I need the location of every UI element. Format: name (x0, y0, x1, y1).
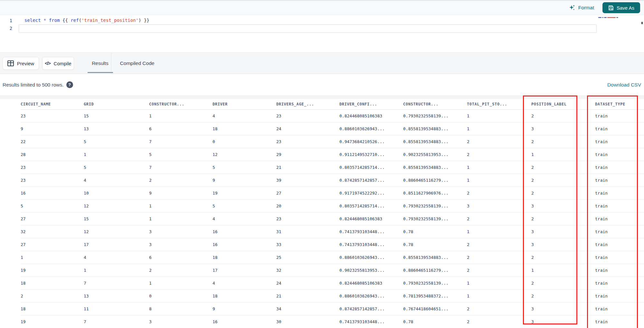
table-cell: 0.8742857142857... (339, 306, 403, 311)
code-line-1[interactable]: select * from {{ ref('train_test_positio… (24, 18, 149, 23)
table-cell: 0.7930232558139... (403, 204, 467, 208)
line-number-1: 1 (3, 18, 12, 23)
preview-button[interactable]: Preview (3, 57, 39, 70)
tab-results[interactable]: Results (86, 53, 114, 74)
table-cell: 5 (213, 204, 276, 208)
column-header[interactable]: CONSTRUCTOR... (149, 102, 213, 106)
table-cell: 30 (276, 319, 339, 324)
compile-button[interactable]: </> Compile (42, 57, 74, 70)
editor-toolbar: Format Save As (0, 0, 644, 15)
table-cell: train (595, 191, 644, 196)
help-icon[interactable]: ? (66, 81, 73, 88)
table-cell: 18 (213, 126, 276, 131)
table-cell: 20 (276, 204, 339, 208)
table-cell: train (595, 319, 644, 324)
table-cell: 17 (213, 268, 276, 273)
table-row: 18714240.8244680851063830.7930232558139.… (21, 277, 644, 290)
column-header[interactable]: DRIVERS_AGE_... (276, 102, 339, 106)
table-cell: 13 (84, 126, 149, 131)
table-cell: 18 (213, 294, 276, 298)
table-cell: 2 (531, 178, 595, 183)
sql-editor[interactable]: 1 2 select * from {{ ref('train_test_pos… (0, 15, 644, 52)
active-line-highlight[interactable] (19, 24, 597, 33)
table-cell: 1 (21, 255, 84, 260)
table-cell: 28 (21, 152, 84, 157)
table-cell: train (595, 306, 644, 311)
table-cell: 2 (149, 178, 213, 183)
table-cell: 7 (84, 281, 149, 286)
table-cell: 0.8558139534883... (403, 126, 467, 131)
table-cell: 7 (149, 139, 213, 144)
code-token: ref (71, 18, 79, 23)
column-header[interactable]: DATASET_TYPE (595, 102, 644, 106)
dbt-ide-app: Format Save As 1 2 select * from {{ ref(… (0, 0, 644, 328)
table-cell: 18 (213, 255, 276, 260)
line-number-2: 2 (3, 26, 12, 31)
table-cell: 9 (213, 306, 276, 311)
column-header[interactable]: TOTAL_PIT_STO... (467, 102, 531, 106)
table-cell: 1 (467, 294, 531, 298)
table-cell: 1 (84, 268, 149, 273)
table-row: 281512290.9112149532710...0.902325581395… (21, 148, 644, 161)
table-cell: 2 (531, 114, 595, 118)
table-cell: 3 (467, 204, 531, 208)
table-cell: 0.8860103626943... (339, 255, 403, 260)
column-header[interactable]: POSITION_LABEL (531, 102, 595, 106)
table-row: 2717316330.7413793103448...0.7823train (21, 238, 644, 251)
column-header[interactable]: CONSTRUCTOR... (403, 102, 467, 106)
table-cell: 0.9112149532710... (339, 152, 403, 157)
table-cell: 2 (467, 139, 531, 144)
table-cell: 3 (531, 204, 595, 208)
table-cell: 32 (276, 268, 339, 273)
compile-label: Compile (54, 61, 71, 66)
table-cell: train (595, 255, 644, 260)
column-header[interactable]: DRIVER_CONFI... (339, 102, 403, 106)
table-cell: 23 (21, 114, 84, 118)
preview-label: Preview (17, 61, 34, 66)
table-cell: 2 (467, 216, 531, 221)
table-cell: 3 (149, 229, 213, 234)
format-button[interactable]: Format (569, 5, 594, 11)
table-cell: 16 (213, 242, 276, 247)
table-cell: 0.78 (403, 319, 467, 324)
table-cell: 5 (21, 204, 84, 208)
table-header-row: CIRCUIT_NAMEGRIDCONSTRUCTOR...DRIVERDRIV… (21, 99, 644, 110)
download-csv-link[interactable]: Download CSV (607, 82, 641, 88)
table-cell: train (595, 165, 644, 170)
table-cell: 5 (149, 152, 213, 157)
table-cell: 3 (149, 242, 213, 247)
table-cell: 21 (276, 165, 339, 170)
table-cell: 9 (149, 191, 213, 196)
table-cell: 0.7813953488372... (403, 294, 467, 298)
table-cell: 2 (149, 268, 213, 273)
table-cell: 2 (21, 294, 84, 298)
table-cell: 2 (531, 255, 595, 260)
code-token: ) }} (138, 18, 149, 23)
column-header[interactable]: CIRCUIT_NAME (21, 102, 84, 106)
tab-compiled-label: Compiled Code (120, 60, 155, 66)
table-cell: 0.9023255813953... (403, 152, 467, 157)
table-cell: 32 (21, 229, 84, 234)
table-cell: 33 (276, 242, 339, 247)
table-row: 51215200.8035714285714...0.7930232558139… (21, 200, 644, 213)
tab-compiled-code[interactable]: Compiled Code (118, 53, 156, 74)
table-cell: 0 (149, 294, 213, 298)
save-as-button[interactable]: Save As (602, 2, 640, 13)
table-row: 3212316310.7413793103448...0.7813train (21, 225, 644, 238)
table-cell: 5 (84, 165, 149, 170)
column-header[interactable]: GRID (84, 102, 149, 106)
table-cell: train (595, 126, 644, 131)
editor-minimap[interactable] (598, 16, 643, 51)
table-cell: 23 (21, 178, 84, 183)
save-icon (608, 5, 614, 11)
table-cell: 0.8558139534883... (403, 165, 467, 170)
table-cell: 0.7930232558139... (403, 281, 467, 286)
table-cell: 13 (84, 294, 149, 298)
table-cell: 19 (213, 191, 276, 196)
table-row: 14618250.8860103626943...0.8558139534883… (21, 251, 644, 264)
column-header[interactable]: DRIVER (213, 102, 276, 106)
table-cell: 19 (21, 319, 84, 324)
table-row: 213018210.8860103626943...0.781395348837… (21, 290, 644, 303)
table-cell: 1 (467, 126, 531, 131)
table-cell: 0.8035714285714... (339, 165, 403, 170)
